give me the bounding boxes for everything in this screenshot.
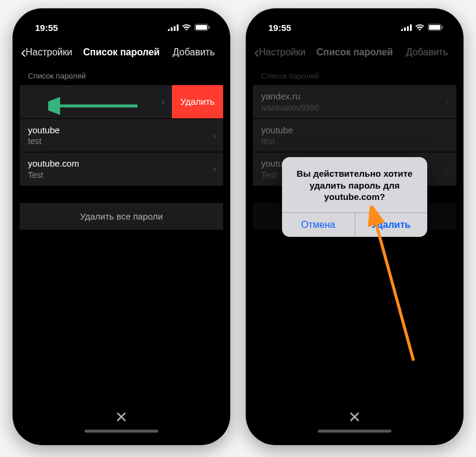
row-title: youtube [28,124,215,136]
status-time: 19:55 [35,23,58,33]
row-subtitle: ivanivanov9990 [261,102,448,113]
svg-rect-5 [196,25,207,30]
password-row[interactable]: yandex.ru ivanivanov9990 › [253,85,456,119]
back-button[interactable]: ‹ Настройки [254,45,305,61]
back-button[interactable]: ‹ Настройки [21,45,72,61]
row-title: ru [20,90,179,102]
close-icon[interactable]: ✕ [348,408,361,427]
status-right [168,24,210,31]
row-title: yandex.ru [261,90,448,102]
add-button[interactable]: Добавить [406,47,453,58]
row-subtitle: test [28,136,215,146]
spacer [20,230,223,396]
delete-all-button[interactable]: Удалить все пароли [253,203,456,230]
phone-right: 19:55 ‹ Настройки Список паролей Добавит… [246,8,464,445]
home-indicator[interactable] [318,430,392,433]
row-subtitle: Test [28,170,215,180]
chevron-right-icon: › [162,96,165,107]
password-list: yandex.ru ivanivanov9990 › youtube test … [253,85,456,186]
password-row[interactable]: youtube test › [253,119,456,153]
row-title: youtube.com [28,158,215,170]
svg-rect-11 [410,24,412,31]
svg-rect-9 [404,27,406,31]
screen: 19:55 ‹ Настройки Список паролей Добавит… [20,15,223,438]
row-title: youtube.com [261,158,448,170]
battery-icon [195,24,210,31]
password-row[interactable]: youtube test › [20,119,223,153]
status-time: 19:55 [268,23,291,33]
svg-rect-10 [407,26,409,31]
delete-all-button[interactable]: Удалить все пароли [20,203,223,230]
row-title: youtube [261,124,448,136]
spacer [253,230,456,396]
chevron-right-icon: › [446,164,449,174]
screen: 19:55 ‹ Настройки Список паролей Добавит… [253,15,456,438]
row-subtitle: Test [261,170,448,180]
svg-rect-14 [442,26,443,29]
chevron-right-icon: › [446,130,449,141]
close-icon[interactable]: ✕ [115,408,128,427]
svg-rect-6 [209,26,210,29]
wifi-icon [415,24,425,31]
swipe-delete-button[interactable]: Удалить [172,85,223,118]
svg-rect-2 [174,26,176,31]
status-right [401,24,443,31]
svg-rect-1 [171,27,173,31]
notch [71,15,172,32]
notch [304,15,405,32]
back-label: Настройки [259,47,305,58]
section-gap [20,186,223,203]
add-button[interactable]: Добавить [173,47,220,58]
password-row[interactable]: youtube.com Test › [253,152,456,186]
home-indicator[interactable] [84,430,158,433]
battery-icon [428,24,443,31]
row-subtitle: ov9990 [20,102,179,113]
wifi-icon [181,24,192,31]
password-row[interactable]: youtube.com Test › [20,152,223,186]
password-list: ru ov9990 › Удалить youtube test › youtu… [20,85,223,186]
nav-bar: ‹ Настройки Список паролей Добавить [20,39,223,65]
svg-rect-13 [429,25,440,30]
chevron-right-icon: › [446,96,449,107]
section-gap [253,186,456,203]
back-label: Настройки [26,47,72,58]
section-header: Список паролей [253,65,456,85]
row-subtitle: test [261,136,448,146]
chevron-right-icon: › [213,164,216,174]
phone-left: 19:55 ‹ Настройки Список паролей Добавит… [12,8,230,445]
section-header: Список паролей [20,65,223,85]
chevron-right-icon: › [213,130,216,141]
nav-bar: ‹ Настройки Список паролей Добавить [253,39,456,65]
svg-rect-3 [177,24,178,31]
password-row-swiped[interactable]: ru ov9990 › Удалить [20,85,223,119]
